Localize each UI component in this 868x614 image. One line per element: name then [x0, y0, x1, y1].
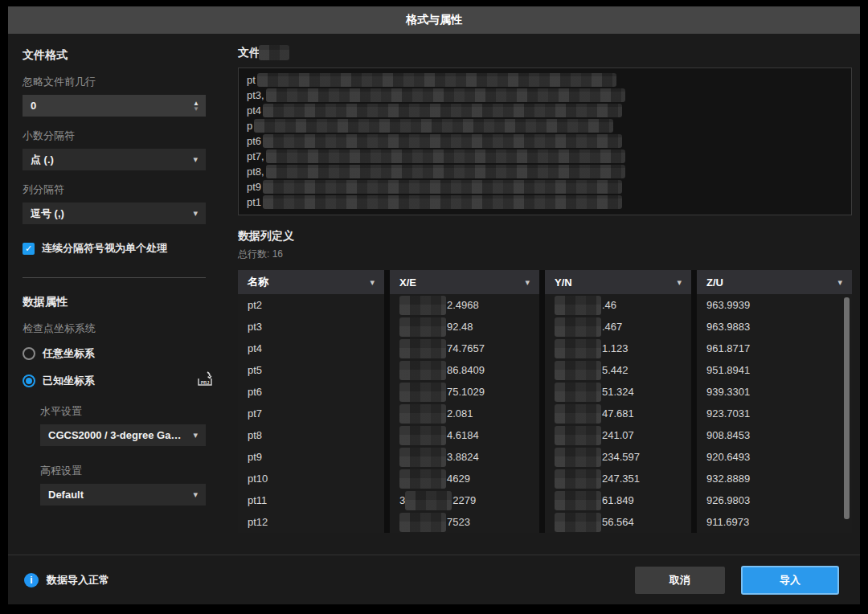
skip-lines-label: 忽略文件前几行: [23, 75, 225, 89]
redaction-mosaic: [399, 296, 446, 315]
dialog-title: 格式与属性: [8, 6, 860, 34]
stepper-arrows[interactable]: ▲ ▼: [193, 100, 199, 112]
table-cell-yn: 5.442: [545, 359, 691, 381]
radio-arbitrary-crs[interactable]: 任意坐标系: [23, 346, 225, 361]
column-separator-label: 列分隔符: [23, 182, 225, 197]
redaction-mosaic: [555, 339, 601, 358]
radio-selected-icon[interactable]: [23, 375, 35, 387]
preview-line: pt9: [247, 179, 843, 194]
chevron-down-icon: ▾: [186, 489, 198, 500]
stepper-down-icon[interactable]: ▼: [193, 106, 199, 112]
import-prj-icon: PRJ: [196, 371, 214, 387]
preview-line: pt4: [247, 103, 843, 118]
table-cell-zu: 939.3301: [697, 381, 852, 403]
horizontal-crs-select[interactable]: CGCS2000 / 3-degree Gau… ▾: [40, 424, 206, 446]
preview-line-prefix: pt6: [247, 135, 261, 147]
table-cell-name: pt12: [238, 511, 384, 533]
table-cell-name: pt8: [238, 424, 384, 446]
redaction-mosaic: [399, 513, 446, 532]
redaction-mosaic: [399, 339, 446, 358]
preview-line: pt8,: [247, 164, 843, 179]
decimal-separator-select[interactable]: 点 (.) ▾: [23, 149, 206, 170]
radio-known-crs-label: 已知坐标系: [43, 374, 95, 388]
table-cell-xe: 74.7657: [390, 338, 539, 359]
import-prj-button[interactable]: PRJ: [196, 371, 214, 390]
preview-line: p: [247, 118, 843, 133]
merge-separators-label: 连续分隔符号视为单个处理: [42, 241, 167, 256]
redaction-mosaic: [263, 195, 622, 209]
chevron-down-icon: ▾: [670, 277, 682, 288]
table-cell-name: pt10: [238, 468, 384, 489]
radio-arbitrary-crs-label: 任意坐标系: [43, 346, 95, 361]
table-cell-zu: 932.8889: [697, 468, 852, 489]
redaction-mosaic: [399, 404, 446, 424]
column-header-zu[interactable]: Z/U ▾: [697, 270, 852, 294]
column-header-yn[interactable]: Y/N ▾: [545, 270, 691, 294]
redaction-mosaic: [399, 448, 446, 467]
chevron-down-icon: ▾: [518, 277, 530, 288]
table-cell-yn: 1.123: [545, 338, 691, 359]
table-cell-xe: 92.48: [390, 316, 539, 338]
preview-line-prefix: pt7,: [247, 150, 264, 162]
redaction-mosaic: [266, 149, 625, 163]
redaction-mosaic: [555, 361, 601, 380]
table-cell-xe: 2.081: [390, 403, 539, 424]
redaction-mosaic: [263, 104, 622, 117]
table-cell-yn: 241.07: [545, 424, 691, 446]
import-button[interactable]: 导入: [741, 566, 839, 595]
dialog-body: 文件格式 忽略文件前几行 0 ▲ ▼ 小数分隔符 点 (.) ▾ 列分隔符 逗号…: [8, 34, 860, 555]
redaction-mosaic: [254, 119, 613, 133]
table-scrollbar[interactable]: [844, 297, 850, 519]
table-cell-name: pt5: [238, 359, 384, 381]
table-cell-yn: 47.681: [545, 403, 691, 424]
table-cell-name: pt9: [238, 446, 384, 468]
redaction-mosaic: [555, 383, 601, 402]
total-rows-label: 总行数: 16: [238, 248, 852, 261]
checkbox-checked-icon[interactable]: ✓: [23, 243, 35, 255]
redaction-mosaic: [266, 88, 625, 102]
table-cell-name: pt7: [238, 403, 384, 424]
column-separator-select[interactable]: 逗号 (,) ▾: [23, 203, 206, 224]
table-body: pt22.4968.46963.9939pt392.48.467963.9883…: [238, 294, 852, 533]
decimal-separator-value: 点 (.): [31, 153, 186, 167]
column-header-xe[interactable]: X/E ▾: [390, 270, 539, 294]
dialog-footer: i 数据导入正常 取消 导入: [8, 555, 860, 604]
elevation-value: Default: [48, 489, 186, 501]
radio-known-crs[interactable]: 已知坐标系 PRJ: [23, 371, 225, 390]
table-cell-xe: 3.8824: [390, 446, 539, 468]
radio-unselected-icon[interactable]: [23, 347, 35, 360]
chevron-down-icon: ▾: [363, 277, 375, 288]
table-cell-xe: 4.6184: [390, 424, 539, 446]
table-cell-name: pt2: [238, 294, 384, 316]
table-cell-zu: 911.6973: [697, 511, 852, 533]
table-cell-name: pt3: [238, 316, 384, 338]
redaction-mosaic: [257, 73, 616, 87]
table-cell-xe: 75.1029: [390, 381, 539, 403]
preview-line-prefix: pt8,: [247, 166, 264, 178]
table-cell-xe: 32279: [390, 489, 539, 511]
format-properties-dialog: 格式与属性 文件格式 忽略文件前几行 0 ▲ ▼ 小数分隔符 点 (.) ▾ 列…: [8, 6, 860, 604]
merge-separators-checkbox[interactable]: ✓ 连续分隔符号视为单个处理: [23, 241, 225, 256]
column-definition-table: 名称 ▾ X/E ▾ Y/N ▾ Z/U ▾: [238, 270, 852, 533]
redaction-mosaic: [399, 383, 446, 402]
redaction-mosaic: [555, 469, 601, 489]
column-header-yn-label: Y/N: [555, 276, 572, 289]
skip-lines-stepper[interactable]: 0 ▲ ▼: [23, 95, 206, 117]
cancel-button[interactable]: 取消: [635, 567, 725, 594]
column-separator-value: 逗号 (,): [31, 207, 186, 221]
chevron-down-icon: ▾: [186, 208, 198, 219]
table-cell-name: pt4: [238, 338, 384, 359]
redaction-mosaic: [555, 296, 601, 315]
redaction-mosaic: [555, 404, 601, 424]
chevron-down-icon: ▾: [831, 277, 842, 288]
column-definition-section-title: 数据列定义: [238, 229, 852, 244]
redaction-mosaic: [555, 513, 601, 532]
redaction-mosaic: [263, 134, 622, 148]
table-cell-yn: 61.849: [545, 489, 691, 511]
table-cell-zu: 951.8941: [697, 359, 852, 381]
column-header-name[interactable]: 名称 ▾: [238, 270, 384, 294]
preview-line: pt7,: [247, 149, 843, 164]
table-cell-xe: 4629: [390, 468, 539, 489]
redaction-mosaic: [555, 426, 601, 445]
elevation-select[interactable]: Default ▾: [40, 484, 206, 506]
